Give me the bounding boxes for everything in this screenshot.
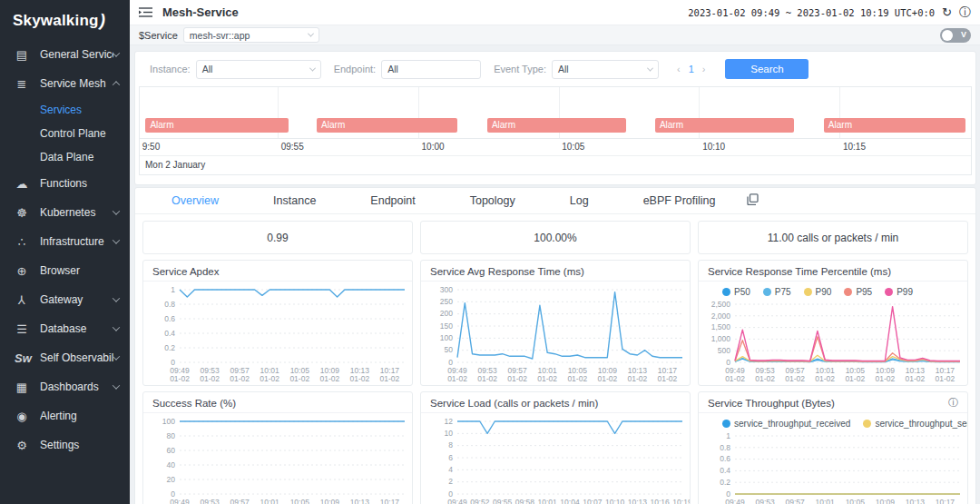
svg-text:0.4: 0.4	[720, 466, 730, 475]
search-button[interactable]: Search	[725, 59, 808, 79]
chart-canvas: 02040608010009:4901-0209:5301-0209:5701-…	[145, 415, 413, 504]
chart-body: 05010015020025030009:4901-0209:5301-0209…	[421, 282, 690, 386]
sw-icon: Sw	[15, 352, 29, 364]
chevron-down-icon	[113, 381, 120, 389]
service-select[interactable]: mesh-svr::app	[183, 27, 319, 43]
svg-text:100: 100	[162, 417, 175, 426]
legend-dot-icon	[763, 288, 771, 296]
svg-text:09:4901-02: 09:4901-02	[725, 366, 745, 383]
tab-overview[interactable]: Overview	[144, 194, 246, 207]
legend-dot-icon	[722, 288, 730, 296]
alarm-bar[interactable]: Alarm	[655, 118, 794, 133]
endpoint-input[interactable]	[381, 60, 481, 79]
globe-icon: ⊕	[15, 265, 29, 277]
svg-text:09:4901-02: 09:4901-02	[447, 366, 467, 383]
menu-fold-icon[interactable]	[139, 5, 153, 20]
cloud-icon: ☁	[15, 178, 29, 190]
alarm-bar[interactable]: Alarm	[487, 118, 626, 133]
svg-text:10:0101-02: 10:0101-02	[260, 498, 279, 504]
alarm-bar[interactable]: Alarm	[824, 118, 965, 133]
alarm-bar[interactable]: Alarm	[145, 118, 289, 133]
tabs-row: OverviewInstanceEndpointTopologyLogeBPF …	[135, 188, 975, 214]
legend-label: P99	[897, 287, 913, 297]
chart-card-service-avg-response-time: Service Avg Response Time (ms)0501001502…	[420, 260, 691, 386]
chart-title: Success Rate (%)	[152, 398, 236, 409]
svg-text:10:0501-02: 10:0501-02	[845, 498, 865, 504]
logo-swoosh-icon: )	[97, 11, 107, 32]
main-column: Mesh-Service 2023-01-02 09:49 ~ 2023-01-…	[130, 0, 980, 504]
svg-text:12: 12	[445, 417, 454, 426]
legend-item[interactable]: P50	[722, 287, 750, 297]
legend-item[interactable]: P99	[885, 287, 913, 297]
sidebar-item-database[interactable]: ☰Database	[0, 314, 130, 343]
svg-text:10:1301-02: 10:1301-02	[906, 366, 926, 383]
time-range[interactable]: 2023-01-02 09:49 ~ 2023-01-02 10:19 UTC+…	[688, 7, 935, 18]
legend-item[interactable]: service_throughput_sent	[863, 419, 968, 429]
tab-ebpf-profiling[interactable]: eBPF Profiling	[616, 194, 743, 207]
sidebar-item-settings[interactable]: ⚙Settings	[0, 430, 130, 460]
sidebar-item-infrastructure[interactable]: ∴Infrastructure	[0, 227, 130, 256]
sidebar-item-browser[interactable]: ⊕Browser	[0, 256, 130, 285]
legend-item[interactable]: service_throughput_received	[722, 419, 850, 429]
series-line-P95	[735, 337, 960, 361]
sidebar-item-data-plane[interactable]: Data Plane	[0, 145, 130, 169]
tab-instance[interactable]: Instance	[246, 194, 343, 207]
prev-page-button[interactable]: ‹	[677, 64, 681, 74]
svg-text:10:0701-02: 10:0701-02	[583, 498, 603, 504]
sidebar-item-services[interactable]: Services	[0, 98, 130, 122]
svg-text:8: 8	[448, 440, 453, 450]
chart-canvas: 00.20.40.60.8109:4901-0209:5301-0209:570…	[701, 430, 968, 504]
sidebar-item-label: Functions	[40, 177, 119, 190]
instance-select[interactable]: All	[196, 60, 321, 79]
sidebar-item-alerting[interactable]: ◉Alerting	[0, 401, 130, 430]
copy-dashboard-icon[interactable]	[747, 193, 759, 209]
alarm-bar[interactable]: Alarm	[317, 118, 457, 133]
info-icon[interactable]: ⓘ	[948, 396, 958, 410]
chart-card-service-apdex: Service Apdex00.20.40.60.8109:4901-0209:…	[142, 260, 413, 386]
svg-text:09:4901-02: 09:4901-02	[447, 498, 467, 504]
svg-text:10:0901-02: 10:0901-02	[597, 366, 617, 383]
sidebar-item-functions[interactable]: ☁Functions	[0, 169, 130, 198]
service-label: $Service	[139, 30, 178, 41]
legend-item[interactable]: P95	[844, 287, 872, 297]
svg-text:09:4901-02: 09:4901-02	[170, 498, 190, 504]
svg-text:10:1301-02: 10:1301-02	[906, 498, 926, 504]
svg-text:2: 2	[448, 477, 453, 486]
tab-endpoint[interactable]: Endpoint	[343, 194, 442, 207]
sidebar-item-self-observability[interactable]: SwSelf Observability	[0, 343, 130, 372]
svg-text:1,500: 1,500	[711, 322, 731, 331]
svg-text:10:1301-02: 10:1301-02	[628, 366, 648, 383]
legend-label: service_throughput_received	[734, 419, 850, 429]
sidebar-item-control-plane[interactable]: Control Plane	[0, 122, 130, 145]
alerting-icon: ◉	[15, 410, 29, 422]
chart-body: 02468101209:4901-0209:5201-0209:5501-020…	[421, 413, 690, 504]
toggle-knob	[942, 30, 953, 41]
svg-text:0.8: 0.8	[720, 443, 730, 452]
legend-label: P95	[856, 287, 872, 297]
svg-text:0.6: 0.6	[720, 454, 730, 463]
layers-icon: ≣	[15, 78, 29, 90]
sidebar-item-dashboards[interactable]: ▦Dashboards	[0, 372, 130, 401]
tab-log[interactable]: Log	[543, 194, 616, 207]
sidebar-item-kubernetes[interactable]: ☸Kubernetes	[0, 198, 130, 227]
version-toggle[interactable]: V	[940, 28, 971, 43]
tab-topology[interactable]: Topology	[443, 194, 543, 207]
logo-text: Skywalking	[13, 12, 99, 30]
legend-item[interactable]: P90	[804, 287, 832, 297]
sidebar-item-service-mesh[interactable]: ≣Service Mesh	[0, 69, 130, 98]
chart-body: service_throughput_receivedservice_throu…	[699, 413, 967, 504]
next-page-button[interactable]: ›	[702, 64, 706, 74]
legend-item[interactable]: P75	[763, 287, 791, 297]
alarm-timeline: AlarmAlarmAlarmAlarmAlarm 9:5009:5510:00…	[139, 86, 972, 175]
event-type-select[interactable]: All	[552, 60, 659, 79]
page-title: Mesh-Service	[162, 5, 239, 19]
info-icon[interactable]: ⓘ	[959, 6, 971, 18]
svg-text:09:5301-02: 09:5301-02	[755, 498, 775, 504]
sidebar-item-gateway[interactable]: ⅄Gateway	[0, 285, 130, 314]
sidebar-item-label: Infrastructure	[40, 235, 113, 248]
refresh-icon[interactable]: ↻	[942, 6, 952, 18]
sidebar-item-label: Control Plane	[40, 127, 106, 140]
sidebar-item-general-service[interactable]: ▤General Service	[0, 40, 130, 69]
svg-text:60: 60	[167, 446, 176, 455]
gateway-icon: ⅄	[15, 294, 29, 306]
